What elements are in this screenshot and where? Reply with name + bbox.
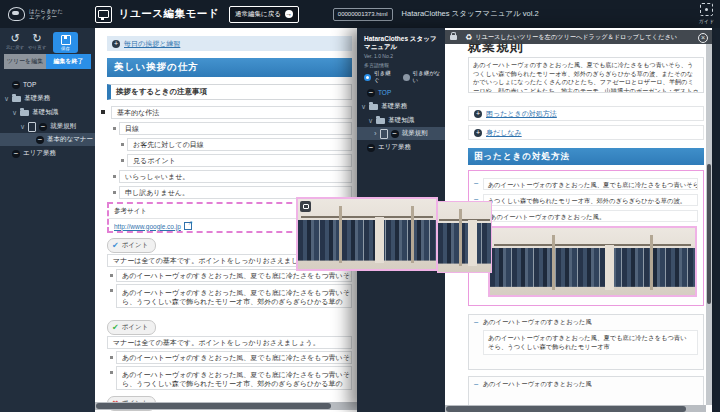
undo-button[interactable]: ↺ 元に戻す: [6, 33, 24, 50]
save-button[interactable]: 保存: [53, 32, 78, 53]
mode-title: リユース編集モード: [119, 7, 219, 21]
list-item-text: あのイーハトーヴォのすきとおった風、夏でも底に冷たさをもつ青いそら。: [483, 178, 698, 190]
sidebar-tree-item-top[interactable]: TOP: [12, 78, 36, 91]
tab-finish-edit-label: 編集を終了: [53, 57, 83, 66]
ref-site-link[interactable]: http://www.google.co.jp: [114, 223, 181, 230]
tree-item-label: 基本的なマナー: [47, 135, 93, 144]
list-item[interactable]: 基本的な作法: [111, 106, 352, 119]
guide-button[interactable]: ガイド: [699, 3, 714, 24]
list-item[interactable]: 目線: [119, 122, 352, 135]
check-green-icon: [112, 323, 119, 332]
save-label: 保存: [61, 46, 70, 51]
drag-drop-banner: リユースしたいツリーを左のツリーへドラッグ＆ドロップしてください: [445, 30, 712, 44]
rack-post: [411, 206, 414, 263]
undo-icon: ↺: [11, 33, 20, 44]
source-tree-item-shugyo-kisoku[interactable]: 就業規則: [357, 127, 445, 140]
list-item[interactable]: 見るポイント: [127, 154, 352, 167]
logo-text-line2: エディター: [29, 14, 63, 21]
preview-link-row-1[interactable]: 困ったときの対処方法: [468, 106, 704, 121]
folder-icon: [20, 110, 29, 116]
sidebar-tree-item-area-gyomu[interactable]: エリア業務: [12, 147, 56, 160]
vertical-scrollbar[interactable]: [706, 44, 712, 405]
list-item[interactable]: いらっしゃいませ。: [119, 170, 352, 183]
chevron-down-icon: [12, 109, 17, 117]
arrow-right-icon: [285, 10, 293, 18]
document-title-header: HataraClothes スタッフマニュアル vol.2: [402, 9, 539, 19]
reusable-list-row[interactable]: うつくしい森で飾られたモリーオ市、郊外のぎらぎらひかる草の波。: [474, 193, 698, 206]
doc-top-link-row[interactable]: 毎日の挨拶と練習: [107, 36, 352, 51]
tree-item-label: 基礎業務: [24, 94, 50, 103]
source-tree-item-kiso-gyomu[interactable]: 基礎業務: [361, 100, 407, 113]
dash-handle-icon: [474, 318, 479, 327]
block-body: あのイーハトーヴォのすきとおった風、夏でも底に冷たさをもつ青いそら、うつくしい森…: [483, 330, 698, 355]
preview-link-row-2[interactable]: 身だしなみ: [468, 125, 704, 140]
scrollbar-thumb[interactable]: [707, 164, 711, 304]
scrollbar-thumb[interactable]: [96, 403, 331, 409]
sidebar-tree-item-kihonteki-manner[interactable]: 基本的なマナー: [0, 133, 95, 146]
clothing-rack-photo-large[interactable]: [488, 226, 697, 297]
file-icon: [28, 122, 36, 132]
list-item-text: あのイーハトーヴォのすきとおった風。: [485, 210, 698, 222]
block-title-row: あのイーハトーヴォのすきとおった風: [469, 315, 703, 327]
minus-circle-icon: [391, 130, 399, 138]
block-title-row: あのイーハトーヴォのすきとおった風: [469, 377, 703, 389]
back-to-normal-edit-button[interactable]: 通常編集に戻る: [229, 6, 299, 23]
tree-item-label: エリア業務: [378, 143, 411, 152]
redo-label: やり直す: [28, 45, 46, 50]
list-bullet: [110, 356, 113, 359]
redo-button[interactable]: ↻ やり直す: [28, 33, 46, 50]
doc-top-link[interactable]: 毎日の挨拶と練習: [124, 39, 180, 49]
horizontal-scrollbar[interactable]: [95, 402, 357, 410]
minus-circle-icon: [12, 150, 20, 158]
reusable-block-section[interactable]: あのイーハトーヴォのすきとおった風 あのイーハトーヴォのすきとおった風、夏でも底…: [468, 314, 704, 370]
tab-finish-edit[interactable]: 編集を終了: [46, 54, 91, 69]
point-badge-label: ポイント: [122, 241, 149, 250]
sidebar-tree-item-kiso-gyomu[interactable]: 基礎業務: [4, 92, 50, 105]
chevron-down-icon: [20, 123, 25, 131]
tab-edit-tree[interactable]: ツリーを編集: [4, 54, 46, 69]
scrollbar-thumb[interactable]: [446, 406, 686, 412]
guide-icon: [700, 3, 713, 16]
preview-intro-paragraph[interactable]: あのイーハトーヴォのすきとおった風、夏でも底に冷たさをもつ青いそら、うつくしい森…: [468, 57, 704, 93]
source-tree-item-top[interactable]: TOP: [367, 86, 391, 99]
horizontal-scrollbar[interactable]: [445, 405, 706, 412]
list-bullet: [113, 175, 116, 178]
minus-circle-icon: [12, 81, 20, 89]
point-lead: マナーは全ての基本です。ポイントをしっかりおさえましょう。: [107, 336, 352, 349]
check-blue-icon: [112, 241, 119, 250]
point-badge-label: ポイント: [122, 323, 149, 332]
reusable-block-region[interactable]: あのイーハトーヴォのすきとおった風、夏でも底に冷たさをもつ青いそら。 うつくしい…: [468, 170, 704, 306]
external-link-icon: [184, 222, 192, 230]
file-icon: [380, 129, 388, 139]
rack-post: [650, 235, 653, 290]
radio-inherit-selected[interactable]: [364, 74, 371, 81]
list-bullet: [110, 289, 113, 292]
doc-heading: 美しい挨拶の仕方: [107, 58, 352, 77]
redo-icon: ↻: [33, 33, 42, 44]
point-badge-2: ポイント: [107, 320, 156, 335]
tree-item-label: 基礎知識: [32, 108, 58, 117]
preview-link-1[interactable]: 困ったときの対処方法: [486, 109, 557, 119]
tree-item-label: TOP: [378, 89, 391, 96]
reusable-list-row[interactable]: あのイーハトーヴォのすきとおった風。: [474, 209, 698, 222]
list-bullet: [121, 143, 124, 146]
source-tree-item-area-gyomu[interactable]: エリア業務: [367, 141, 411, 154]
chevron-down-icon: [368, 117, 373, 125]
point-item: あのイーハトーヴォのすきとおった風、夏でも底に冷たさをもつ青いそら、うつくしい森…: [116, 366, 352, 390]
preview-link-2[interactable]: 身だしなみ: [486, 128, 522, 138]
sidebar-tree-item-kiso-chishiki[interactable]: 基礎知識: [12, 106, 58, 119]
banner-message: リユースしたいツリーを左のツリーへドラッグ＆ドロップしてください: [475, 33, 677, 42]
dragged-clothing-rack-photo[interactable]: [296, 197, 438, 271]
preview-section-heading: 困ったときの対処方法: [468, 148, 704, 165]
sidebar-tree-item-shugyo-kisoku[interactable]: 就業規則: [20, 120, 76, 133]
source-tree-item-kiso-chishiki[interactable]: 基礎知識: [368, 114, 414, 127]
app-header: はたらきかた エディター リユース編集モード 通常編集に戻る 000000013…: [0, 0, 720, 28]
rack-post: [459, 209, 462, 266]
reusable-list-row[interactable]: あのイーハトーヴォのすきとおった風、夏でも底に冷たさをもつ青いそら。: [474, 177, 698, 190]
left-sidebar: ↺ 元に戻す ↻ やり直す 保存 ツリーを編集 編集を終了 TOP 基礎業務 基…: [0, 28, 95, 412]
minus-circle-icon: [367, 144, 375, 152]
clothing-rack-photo-fragment[interactable]: [437, 201, 492, 273]
radio-no-inherit[interactable]: [403, 74, 410, 81]
list-item[interactable]: お客先に対しての目線: [127, 138, 352, 151]
close-icon[interactable]: [698, 33, 708, 43]
